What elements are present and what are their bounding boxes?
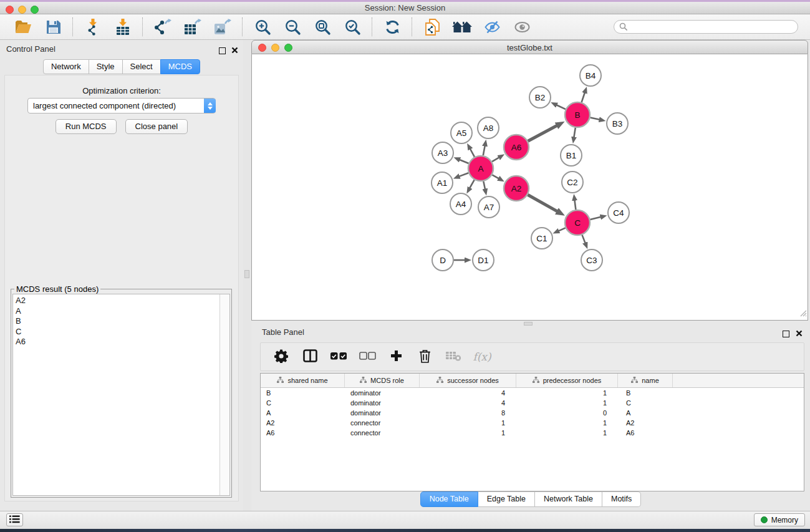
table-cell[interactable]: 4	[420, 399, 516, 407]
delete-table-button[interactable]	[441, 345, 465, 369]
memory-button[interactable]: Memory	[754, 513, 805, 526]
table-cell[interactable]: 8	[420, 409, 516, 417]
table-cell[interactable]: 1	[516, 419, 618, 427]
close-panel-button[interactable]: Close panel	[125, 119, 188, 134]
float-table-panel-icon[interactable]	[783, 331, 789, 337]
table-row[interactable]: Adominator80A	[261, 408, 804, 418]
table-cell[interactable]: B	[618, 389, 673, 397]
run-mcds-button[interactable]: Run MCDS	[55, 119, 117, 134]
export-network-button[interactable]	[152, 16, 173, 37]
table-cell[interactable]: 1	[516, 389, 618, 397]
column-header-successor-nodes[interactable]: successor nodes	[420, 374, 516, 387]
graph-edge-A-A4[interactable]	[470, 180, 475, 188]
graph-edge-B-B3[interactable]	[591, 118, 600, 120]
tab-motifs[interactable]: Motifs	[602, 491, 641, 507]
tab-node-table[interactable]: Node Table	[420, 491, 478, 507]
graph-node-B3[interactable]: B3	[607, 113, 628, 134]
function-builder-button[interactable]: f(x)	[470, 345, 494, 369]
graph-edge-B-B2[interactable]	[556, 105, 566, 109]
delete-row-button[interactable]	[413, 345, 436, 369]
graph-node-A[interactable]: A	[468, 156, 493, 181]
graph-node-C1[interactable]: C1	[531, 228, 552, 249]
mcds-result-item[interactable]: C	[16, 327, 217, 337]
graph-edge-B-B4[interactable]	[582, 93, 585, 103]
graph-edge-A-A8[interactable]	[483, 146, 485, 156]
graph-node-D1[interactable]: D1	[473, 249, 494, 271]
export-table-button[interactable]	[182, 16, 203, 37]
network-canvas[interactable]: AA1A2A3A4A5A6A7A8BB1B2B3B4CC1C2C3C4DD1	[251, 54, 808, 321]
graph-edge-C-C4[interactable]	[590, 217, 600, 220]
table-cell[interactable]: A6	[261, 429, 345, 437]
zoom-in-button[interactable]	[252, 16, 273, 37]
window-resize-grip[interactable]	[799, 308, 807, 319]
graph-node-A5[interactable]: A5	[451, 122, 472, 143]
mcds-result-item[interactable]: A	[16, 306, 217, 317]
vertical-divider-grip[interactable]	[244, 270, 249, 278]
table-cell[interactable]: dominator	[345, 409, 420, 417]
tab-style[interactable]: Style	[89, 59, 123, 74]
mcds-result-item[interactable]: B	[16, 316, 217, 327]
float-panel-icon[interactable]	[219, 47, 226, 54]
graph-node-C3[interactable]: C3	[581, 249, 602, 271]
graph-node-C4[interactable]: C4	[608, 202, 629, 223]
table-cell[interactable]: 4	[420, 389, 516, 397]
column-header-name[interactable]: name	[618, 374, 673, 387]
tab-mcds[interactable]: MCDS	[160, 59, 200, 74]
tab-network[interactable]: Network	[43, 59, 89, 74]
graph-node-A3[interactable]: A3	[432, 142, 453, 163]
add-row-button[interactable]	[384, 345, 408, 369]
close-table-panel-icon[interactable]	[796, 328, 803, 339]
table-cell[interactable]: A	[618, 409, 673, 417]
graph-edge-A6-B[interactable]	[528, 125, 557, 141]
mcds-result-scrollbar[interactable]	[219, 294, 229, 495]
tab-select[interactable]: Select	[122, 59, 161, 74]
table-row[interactable]: Cdominator41C	[261, 398, 804, 408]
graph-node-A7[interactable]: A7	[478, 196, 499, 218]
table-cell[interactable]: A2	[261, 419, 345, 427]
graph-edge-A-A5[interactable]	[470, 149, 475, 157]
graph-edge-C-C3[interactable]	[582, 235, 586, 243]
table-row[interactable]: A2connector11A2	[261, 418, 804, 428]
graph-edge-A-A2[interactable]	[492, 175, 499, 178]
table-cell[interactable]: 1	[516, 429, 618, 437]
horizontal-divider-grip[interactable]	[524, 322, 533, 326]
graph-edge-A2-C[interactable]	[528, 195, 557, 211]
export-image-button[interactable]	[212, 16, 233, 37]
select-all-button[interactable]	[327, 345, 350, 369]
hide-graphics-details-button[interactable]	[481, 16, 503, 37]
search-input[interactable]	[614, 20, 798, 34]
clone-network-button[interactable]	[422, 16, 443, 37]
table-cell[interactable]: A2	[618, 419, 673, 427]
table-cell[interactable]: dominator	[345, 389, 420, 397]
graph-node-B1[interactable]: B1	[561, 145, 582, 166]
table-cell[interactable]: B	[261, 389, 345, 397]
graph-node-A8[interactable]: A8	[478, 117, 499, 138]
graph-node-A2[interactable]: A2	[504, 176, 529, 201]
graph-node-A6[interactable]: A6	[504, 135, 529, 160]
table-cell[interactable]: 1	[420, 429, 516, 437]
graph-node-A4[interactable]: A4	[450, 193, 471, 215]
graph-edge-A-A3[interactable]	[460, 160, 469, 163]
column-header-shared-name[interactable]: shared name	[261, 374, 345, 387]
table-row[interactable]: Bdominator41B	[261, 388, 804, 398]
table-cell[interactable]: connector	[345, 419, 420, 427]
import-network-button[interactable]	[82, 16, 104, 37]
show-columns-button[interactable]	[298, 345, 322, 369]
zoom-fit-button[interactable]	[312, 16, 333, 37]
table-cell[interactable]: A	[261, 409, 345, 417]
graph-edge-B-B1[interactable]	[574, 128, 575, 138]
refresh-button[interactable]	[382, 16, 403, 37]
table-cell[interactable]: dominator	[345, 399, 420, 407]
open-session-button[interactable]	[12, 16, 34, 37]
show-graphics-details-button[interactable]	[511, 16, 533, 37]
mcds-result-item[interactable]: A6	[16, 337, 217, 347]
zoom-out-button[interactable]	[282, 16, 303, 37]
tab-edge-table[interactable]: Edge Table	[478, 491, 535, 507]
graph-edge-A-A6[interactable]	[492, 157, 499, 162]
graph-edge-A-A1[interactable]	[459, 173, 468, 177]
mcds-result-item[interactable]: A2	[16, 296, 217, 306]
column-header-predecessor-nodes[interactable]: predecessor nodes	[516, 374, 618, 387]
optimization-criterion-select[interactable]: largest connected component (directed)	[27, 98, 216, 114]
graph-node-D[interactable]: D	[432, 249, 453, 271]
graph-node-B2[interactable]: B2	[529, 87, 551, 108]
